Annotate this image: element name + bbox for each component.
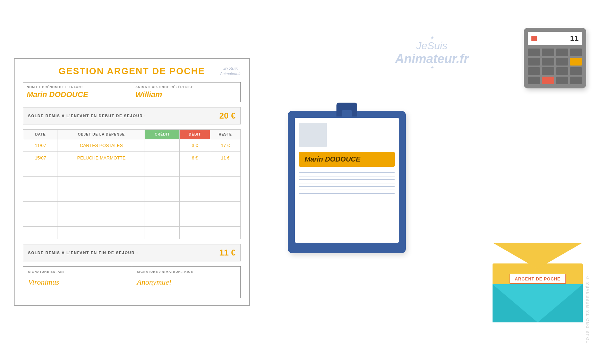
calc-btn-red [542,77,554,84]
calc-btn-10 [556,67,568,75]
table-row [23,164,241,177]
th-reste: RESTE [210,130,241,139]
table-row [23,177,241,189]
brand-right-line2: Animateur.fr [395,52,469,66]
envelope-label: ARGENT DE POCHE [510,274,566,284]
clipboard-container: Marin DODOUCE [288,111,406,253]
animator-value: William [136,90,237,99]
paper-line-1 [299,172,395,173]
calc-btn-8 [528,67,540,75]
brand-line2: Animateur.fr [220,71,241,76]
animator-label: ANIMATEUR.TRICE RÉFÉRENT.E [136,85,237,89]
th-debit: DÉBIT [180,130,210,139]
expense-table: DATE OBJET DE LA DÉPENSE CRÉDIT DÉBIT RE… [23,129,241,239]
calc-btn-11 [570,67,582,75]
calc-red-button [531,36,537,41]
brand-right: ✦ JeSuis Animateur.fr ✦ [395,35,469,70]
calc-btn-1 [528,49,540,56]
animator-name-cell: ANIMATEUR.TRICE RÉFÉRENT.E William [132,83,241,102]
sig-animator-cell: SIGNATURE ANIMATEUR.TRICE Anonymue! [132,267,241,298]
table-header-row: DATE OBJET DE LA DÉPENSE CRÉDIT DÉBIT RE… [23,130,241,139]
illustration-section: ✦ JeSuis Animateur.fr ✦ Marin DODOUCE [271,14,593,350]
envelope-fold-right [538,284,583,322]
calc-btn-5 [528,58,540,66]
envelope-container: ARGENT DE POCHE [493,263,583,322]
calc-btn-9 [542,67,554,75]
calc-btn-3 [556,49,568,56]
page-container: GESTION ARGENT DE POCHE Je Suis Animateu… [14,14,593,350]
sig-animator-value: Anonymue! [137,278,236,287]
table-row [23,214,241,227]
calc-buttons [528,49,582,84]
th-objet: OBJET DE LA DÉPENSE [58,130,145,139]
calc-btn-7 [556,58,568,66]
calc-btn-orange [570,58,582,66]
paper-photo-placeholder [299,123,327,147]
child-name-value: Marin DODOUCE [27,90,128,99]
solde-fin-label: SOLDE REMIS À L'ENFANT EN FIN DE SÉJOUR … [28,251,138,255]
sig-enfant-label: SIGNATURE ENFANT [28,270,127,274]
form-document: GESTION ARGENT DE POCHE Je Suis Animateu… [14,58,250,306]
th-credit: CRÉDIT [145,130,180,139]
signature-row: SIGNATURE ENFANT Vironimus SIGNATURE ANI… [23,266,241,298]
clipboard: Marin DODOUCE [288,111,406,253]
table-row [23,189,241,202]
table-row: 15/07PELUCHE MARMOTTE 6 €11 € [23,152,241,164]
calc-btn-2 [542,49,554,56]
table-row: 11/07CARTES POSTALES 3 €17 € [23,139,241,152]
table-row [23,227,241,239]
clipboard-name-tag: Marin DODOUCE [299,152,395,167]
child-name-cell: NOM ET PRÉNOM DE L'ENFANT Marin DODOUCE [23,83,132,102]
solde-fin-value: 11 € [219,248,236,258]
child-name-label: NOM ET PRÉNOM DE L'ENFANT [27,85,128,89]
solde-fin-row: SOLDE REMIS À L'ENFANT EN FIN DE SÉJOUR … [23,244,241,261]
paper-lines [299,172,395,194]
solde-debut-label: SOLDE REMIS À L'ENFANT EN DÉBUT DE SÉJOU… [28,114,146,118]
brand-line1: Je Suis [220,66,241,71]
calc-screen: 11 [528,32,582,45]
envelope-flap [493,243,583,270]
paper-line-5 [299,186,395,187]
clipboard-clip [336,103,357,116]
watermark: TOUS DROITS RÉSERVÉS © [585,275,590,343]
sig-enfant-cell: SIGNATURE ENFANT Vironimus [23,267,132,298]
sig-animator-label: SIGNATURE ANIMATEUR.TRICE [137,270,236,274]
calc-display: 11 [570,34,579,43]
solde-debut-row: SOLDE REMIS À L'ENFANT EN DÉBUT DE SÉJOU… [23,107,241,124]
paper-line-4 [299,183,395,183]
name-row: NOM ET PRÉNOM DE L'ENFANT Marin DODOUCE … [23,82,241,102]
envelope-fold-left [493,284,538,322]
form-title: GESTION ARGENT DE POCHE [23,66,241,77]
paper-line-7 [299,193,395,194]
paper-line-6 [299,190,395,190]
brand-logo: Je Suis Animateur.fr [220,66,241,76]
table-row [23,202,241,214]
calc-btn-14 [570,77,582,84]
calc-btn-13 [556,77,568,84]
calculator: 11 [524,28,586,88]
solde-debut-value: 20 € [219,111,236,121]
clipboard-name: Marin DODOUCE [305,155,389,163]
calc-btn-6 [542,58,554,66]
envelope-flap-triangle [493,243,583,269]
sig-enfant-value: Vironimus [28,278,127,287]
paper-line-3 [299,179,395,180]
calc-btn-12 [528,77,540,84]
th-date: DATE [23,130,58,139]
paper-line-2 [299,176,395,176]
calc-btn-4 [570,49,582,56]
clipboard-paper: Marin DODOUCE [295,118,399,243]
envelope-label-text: ARGENT DE POCHE [515,277,561,281]
form-header: GESTION ARGENT DE POCHE Je Suis Animateu… [23,66,241,77]
envelope-body: ARGENT DE POCHE [493,263,583,322]
envelope-front [493,284,583,322]
brand-right-line1: JeSuis [395,40,469,52]
